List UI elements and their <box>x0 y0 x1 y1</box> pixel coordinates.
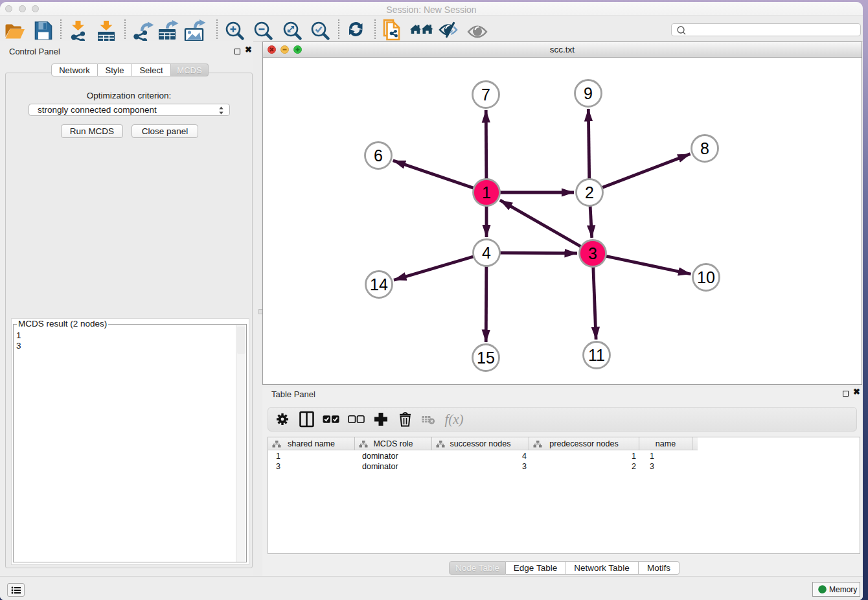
svg-text:8: 8 <box>700 139 709 157</box>
svg-text:11: 11 <box>588 346 605 364</box>
svg-text:4: 4 <box>482 244 491 262</box>
svg-text:10: 10 <box>697 268 715 286</box>
svg-text:1: 1 <box>482 183 491 202</box>
svg-text:6: 6 <box>374 146 383 165</box>
svg-text:15: 15 <box>477 349 495 367</box>
svg-text:14: 14 <box>370 275 388 294</box>
svg-text:f(x): f(x) <box>444 411 463 427</box>
svg-text:3: 3 <box>588 244 597 262</box>
svg-text:2: 2 <box>585 183 594 202</box>
svg-text:9: 9 <box>584 84 593 102</box>
svg-text:7: 7 <box>481 86 490 104</box>
